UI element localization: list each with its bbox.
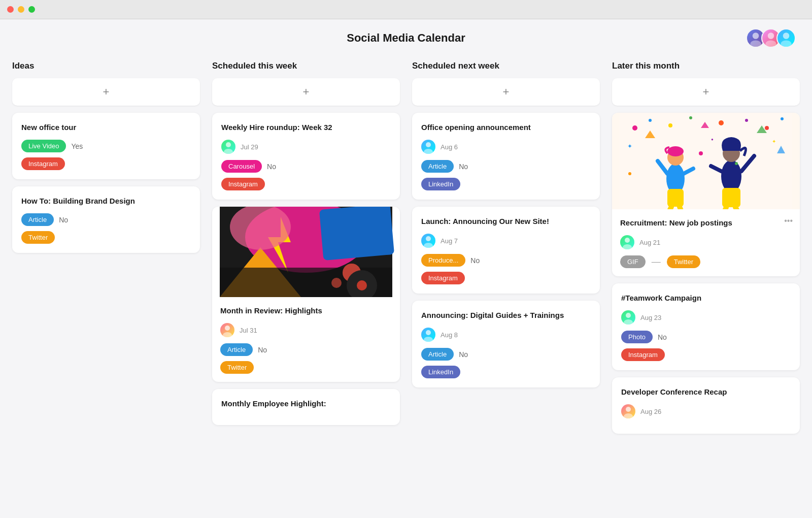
card-tags: Article No [220, 343, 392, 356]
card-meta: Aug 8 [421, 328, 591, 342]
tag-twitter[interactable]: Twitter [667, 255, 700, 268]
card-date: Aug 26 [640, 408, 661, 415]
svg-point-3 [765, 40, 776, 47]
app-header: Social Media Calendar [0, 19, 812, 53]
tag-linkedin[interactable]: LinkedIn [421, 178, 460, 190]
close-button[interactable] [7, 6, 14, 13]
tag-instagram[interactable]: Instagram [621, 348, 665, 361]
svg-point-30 [668, 123, 672, 127]
tag-article[interactable]: Article [421, 160, 454, 173]
svg-point-44 [667, 146, 684, 156]
svg-text:✦: ✦ [627, 143, 632, 150]
svg-text:●: ● [711, 137, 714, 142]
card-image-abstract [212, 207, 400, 297]
column-scheduled-next-week-title: Scheduled next week [412, 61, 600, 71]
card-monthly-employee: Monthly Employee Highlight: [212, 389, 400, 425]
card-avatar [220, 323, 234, 337]
card-tags: Carousel No [221, 160, 391, 173]
card-title: Announcing: Digital Guides + Trainings [421, 310, 591, 320]
tag-instagram[interactable]: Instagram [421, 272, 465, 284]
tag-live-video[interactable]: Live Video [21, 140, 66, 152]
svg-point-65 [626, 407, 631, 412]
card-building-brand: How To: Building Brand Design Article No… [12, 186, 200, 253]
card-tags-row2: LinkedIn [421, 178, 591, 190]
svg-point-16 [331, 278, 342, 288]
card-tags: Photo No [621, 331, 791, 343]
avatar-user-3[interactable] [776, 28, 796, 48]
svg-point-63 [626, 313, 631, 318]
tag-article[interactable]: Article [220, 343, 253, 356]
tag-produce[interactable]: Produce... [421, 254, 465, 267]
svg-point-24 [424, 243, 433, 248]
tag-twitter[interactable]: Twitter [21, 231, 55, 244]
svg-point-18 [357, 280, 367, 290]
tag-photo[interactable]: Photo [621, 331, 653, 343]
add-card-later[interactable]: + [612, 78, 800, 106]
svg-text:✦: ✦ [772, 139, 776, 144]
card-tags: Article No [421, 348, 591, 361]
tag-gif[interactable]: GIF [620, 255, 646, 268]
tag-article[interactable]: Article [21, 213, 54, 226]
page-title: Social Media Calendar [347, 31, 465, 45]
card-tags-row2: Instagram [421, 272, 591, 284]
card-value: No [258, 346, 267, 354]
card-launch-new-site: Launch: Announcing Our New Site! Aug 7 P… [412, 207, 600, 294]
svg-point-7 [224, 149, 233, 154]
card-title: How To: Building Brand Design [21, 196, 191, 206]
svg-point-62 [623, 244, 632, 249]
card-date: Aug 21 [639, 239, 660, 246]
svg-point-5 [781, 40, 791, 47]
card-value: No [267, 163, 276, 171]
card-date: Aug 23 [640, 314, 661, 321]
tag-linkedin[interactable]: LinkedIn [421, 366, 460, 378]
add-card-ideas[interactable]: + [12, 78, 200, 106]
card-tags: Produce... No [421, 254, 591, 267]
card-meta: Aug 23 [621, 310, 791, 325]
tag-twitter[interactable]: Twitter [220, 361, 254, 374]
tag-carousel[interactable]: Carousel [221, 160, 262, 173]
svg-point-26 [424, 337, 433, 342]
svg-point-2 [768, 33, 774, 39]
svg-point-35 [781, 117, 784, 120]
card-title: Launch: Announcing Our New Site! [421, 216, 591, 226]
svg-point-34 [765, 126, 769, 130]
svg-point-4 [783, 33, 790, 39]
card-meta: Aug 26 [621, 404, 791, 418]
card-title: Month in Review: Highlights [220, 305, 392, 316]
window-chrome [0, 0, 812, 19]
card-avatar [421, 140, 435, 154]
svg-point-57 [699, 151, 703, 155]
add-card-this-week[interactable]: + [212, 78, 400, 106]
card-avatar [620, 235, 634, 249]
minimize-button[interactable] [18, 6, 24, 13]
svg-point-32 [719, 120, 724, 125]
card-tags: Article No [421, 160, 591, 173]
svg-point-20 [223, 332, 232, 337]
card-month-review: Month in Review: Highlights Jul 31 Artic… [212, 207, 400, 382]
tag-article[interactable]: Article [421, 348, 454, 361]
card-title: Office opening announcement [421, 122, 591, 133]
card-date: Aug 7 [441, 237, 458, 245]
card-value: No [470, 256, 480, 265]
card-value: No [459, 163, 468, 171]
svg-point-58 [735, 162, 738, 165]
card-digital-guides: Announcing: Digital Guides + Trainings A… [412, 301, 600, 387]
column-ideas: Ideas + New office tour Live Video Yes I… [12, 61, 200, 441]
tag-instagram[interactable]: Instagram [21, 157, 65, 170]
celebration-image: ✦ ✦ ● [612, 113, 800, 209]
svg-point-64 [624, 319, 633, 325]
more-options-button[interactable]: ••• [784, 216, 793, 225]
card-avatar [421, 234, 435, 248]
card-title: Weekly Hire roundup: Week 32 [221, 122, 391, 133]
tag-instagram[interactable]: Instagram [221, 178, 265, 190]
svg-point-25 [426, 330, 431, 335]
card-developer-conference: Developer Conference Recap Aug 26 [612, 377, 800, 434]
card-recruitment: ✦ ✦ ● [612, 113, 800, 276]
card-tags-row2: LinkedIn [421, 366, 591, 378]
card-value-no: No [59, 216, 68, 224]
svg-point-29 [649, 119, 652, 122]
svg-point-66 [624, 413, 633, 418]
add-card-next-week[interactable]: + [412, 78, 600, 106]
maximize-button[interactable] [28, 6, 35, 13]
card-avatar [621, 404, 635, 418]
